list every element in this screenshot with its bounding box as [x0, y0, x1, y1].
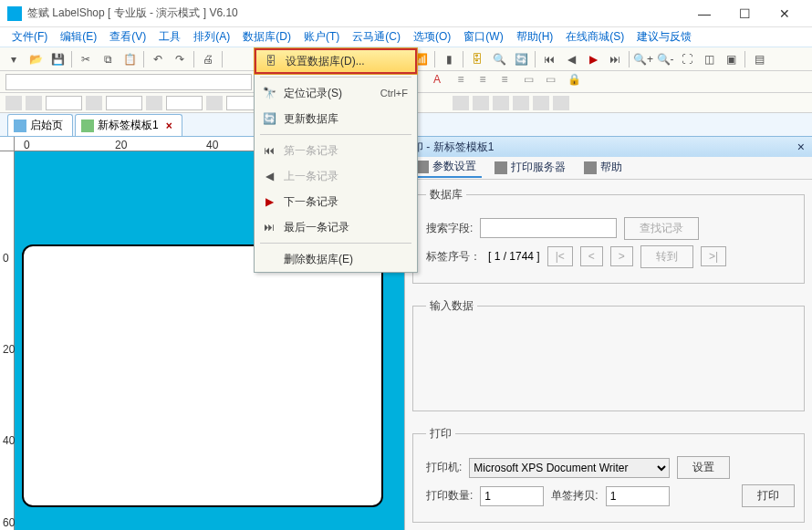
font-color-icon[interactable]: A — [427, 73, 447, 91]
maximize-button[interactable]: ☐ — [724, 0, 765, 27]
refresh-icon[interactable]: 🔄 — [511, 49, 531, 69]
text-tool2-icon[interactable]: ▭ — [540, 73, 560, 91]
side-tab-server[interactable]: 打印服务器 — [489, 158, 571, 177]
side-close-icon[interactable]: × — [797, 140, 805, 154]
menu-edit[interactable]: 编辑(E) — [54, 27, 103, 47]
nav-first-button[interactable]: |< — [547, 246, 573, 266]
menu-next-record[interactable]: ▶ 下一条记录 — [255, 189, 417, 214]
search-button[interactable]: 查找记录 — [624, 217, 699, 240]
db-icon[interactable]: 🗄 — [467, 49, 487, 69]
qty-input[interactable] — [480, 486, 544, 506]
layout-icon[interactable] — [146, 96, 162, 110]
menu-store[interactable]: 在线商城(S) — [559, 27, 630, 47]
nav-next-icon[interactable]: ▶ — [583, 49, 603, 69]
menu-locate-record[interactable]: 🔭 定位记录(S) Ctrl+F — [255, 80, 417, 106]
menu-view[interactable]: 查看(V) — [103, 27, 152, 47]
printer-setup-button[interactable]: 设置 — [677, 456, 730, 479]
printer-icon — [494, 161, 507, 174]
menu-bar: 文件(F) 编辑(E) 查看(V) 工具 排列(A) 数据库(D) 账户(T) … — [0, 27, 812, 47]
menu-first-record[interactable]: ⏮ 第一条记录 — [255, 138, 417, 163]
menu-database[interactable]: 数据库(D) — [236, 27, 297, 47]
align-icon[interactable] — [553, 96, 569, 110]
minimize-button[interactable]: — — [684, 0, 724, 27]
size-w-input[interactable] — [166, 96, 203, 110]
panel-icon[interactable]: ▤ — [749, 49, 769, 69]
align-icon[interactable] — [533, 96, 549, 110]
pos-y-input[interactable] — [106, 96, 142, 110]
nav-prev-icon[interactable]: ◀ — [561, 49, 581, 69]
menu-window[interactable]: 窗口(W) — [457, 27, 509, 47]
lock-icon[interactable]: 🔒 — [564, 73, 584, 91]
open-icon[interactable]: 📂 — [26, 49, 46, 69]
pos-x-input[interactable] — [46, 96, 82, 110]
zoom-in-icon[interactable]: 🔍+ — [633, 49, 653, 69]
paste-icon[interactable]: 📋 — [120, 49, 140, 69]
close-button[interactable]: ✕ — [765, 0, 805, 27]
copy-icon[interactable]: ⧉ — [98, 49, 118, 69]
menu-arrange[interactable]: 排列(A) — [187, 27, 236, 47]
menu-prev-record[interactable]: ◀ 上一条记录 — [255, 163, 417, 189]
new-icon[interactable]: ▾ — [4, 49, 24, 69]
ruler-corner — [0, 137, 15, 151]
save-icon[interactable]: 💾 — [47, 49, 68, 69]
menu-set-database[interactable]: 🗄 设置数据库(D)... — [255, 48, 417, 74]
print-icon[interactable]: 🖨 — [198, 49, 218, 69]
layout-icon[interactable] — [5, 96, 22, 110]
menu-file[interactable]: 文件(F) — [5, 27, 54, 47]
layout-icon[interactable] — [86, 96, 102, 110]
align-center-icon[interactable]: ≡ — [473, 73, 493, 91]
tab-label: 启始页 — [30, 118, 63, 133]
align-icon[interactable] — [473, 96, 489, 110]
menu-cloud[interactable]: 云马通(C) — [346, 27, 407, 47]
tab-close-icon[interactable]: × — [166, 120, 172, 132]
settings-icon — [416, 161, 429, 173]
binoculars-icon: 🔭 — [262, 86, 276, 100]
zoom-fit-icon[interactable]: ⛶ — [677, 49, 697, 69]
zoom-page-icon[interactable]: ▣ — [721, 49, 741, 69]
undo-icon[interactable]: ↶ — [148, 49, 168, 69]
menu-tools[interactable]: 工具 — [152, 27, 187, 47]
database-legend: 数据库 — [426, 187, 466, 203]
menu-delete-database[interactable]: 删除数据库(E) — [255, 246, 417, 272]
tab-start[interactable]: 启始页 — [7, 114, 73, 136]
print-group: 打印 打印机: Microsoft XPS Document Writer 设置… — [412, 426, 805, 523]
menu-account[interactable]: 账户(T) — [297, 27, 346, 47]
nav-first-icon[interactable]: ⏮ — [539, 49, 559, 69]
print-button[interactable]: 打印 — [742, 484, 795, 507]
align-icon[interactable] — [453, 96, 469, 110]
nav-next-button[interactable]: > — [610, 246, 633, 266]
nav-last-icon[interactable]: ⏭ — [605, 49, 625, 69]
refresh-icon: 🔄 — [262, 111, 276, 126]
menu-last-record[interactable]: ⏭ 最后一条记录 — [255, 214, 417, 240]
tab-template[interactable]: 新标签模板1 × — [75, 114, 182, 136]
side-tab-help[interactable]: 帮助 — [578, 158, 628, 177]
layout-icon[interactable] — [26, 96, 42, 110]
nav-last-button[interactable]: >| — [701, 246, 726, 266]
align-icon[interactable] — [513, 96, 529, 110]
cut-icon[interactable]: ✂ — [76, 49, 96, 69]
redo-icon[interactable]: ↷ — [170, 49, 190, 69]
copies-input[interactable] — [606, 486, 670, 506]
align-right-icon[interactable]: ≡ — [494, 73, 515, 91]
menu-feedback[interactable]: 建议与反馈 — [630, 27, 698, 47]
tool-icon[interactable]: ▮ — [439, 49, 459, 69]
find-icon[interactable]: 🔍 — [489, 49, 509, 69]
label-canvas[interactable] — [22, 244, 383, 507]
align-left-icon[interactable]: ≡ — [451, 73, 471, 91]
nav-prev-button[interactable]: < — [580, 246, 603, 266]
zoom-out-icon[interactable]: 🔍- — [655, 49, 675, 69]
menu-help[interactable]: 帮助(H) — [510, 27, 560, 47]
menu-refresh-database[interactable]: 🔄 更新数据库 — [255, 106, 417, 131]
text-tool-icon[interactable]: ▭ — [518, 73, 538, 91]
help-icon — [584, 161, 597, 174]
align-icon[interactable] — [493, 96, 509, 110]
menu-options[interactable]: 选项(O) — [407, 27, 457, 47]
goto-button[interactable]: 转到 — [640, 245, 693, 268]
side-tab-param[interactable]: 参数设置 — [411, 157, 482, 178]
font-name-input[interactable] — [5, 74, 252, 90]
search-label: 搜索字段: — [426, 221, 473, 236]
search-field-input[interactable] — [480, 218, 617, 238]
zoom-sel-icon[interactable]: ◫ — [699, 49, 719, 69]
printer-select[interactable]: Microsoft XPS Document Writer — [469, 458, 670, 478]
layout-icon[interactable] — [206, 96, 223, 110]
